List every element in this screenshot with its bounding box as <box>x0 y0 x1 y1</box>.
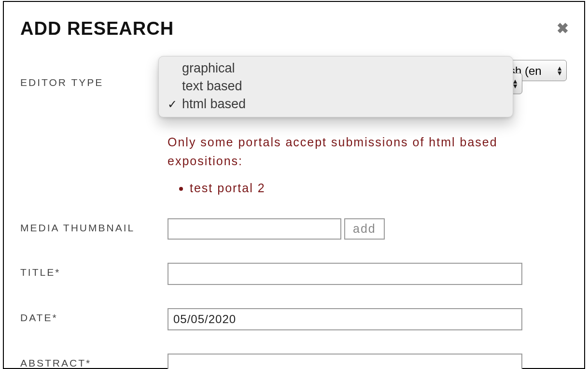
media-thumbnail-input[interactable] <box>168 218 341 240</box>
editor-type-dropdown[interactable]: graphical text based ✓ html based <box>158 56 513 117</box>
option-label: text based <box>182 79 242 94</box>
option-label: html based <box>182 97 246 112</box>
abstract-label: ABSTRACT* <box>20 354 168 369</box>
editor-type-label: EDITOR TYPE <box>20 73 168 88</box>
add-research-dialog: ADD RESEARCH ✖ sh (en ▲▼ EDITOR TYPE htm… <box>3 1 585 369</box>
row-media-thumbnail: MEDIA THUMBNAIL add <box>20 218 568 240</box>
title-input[interactable] <box>168 263 522 285</box>
warning-text: Only some portals accept submissions of … <box>168 133 515 170</box>
editor-type-option-html-based[interactable]: ✓ html based <box>159 95 513 113</box>
abstract-textarea[interactable] <box>168 354 522 369</box>
option-label: graphical <box>182 61 235 76</box>
row-abstract: ABSTRACT* <box>20 354 568 369</box>
date-label: DATE* <box>20 308 168 324</box>
row-title: TITLE* <box>20 263 568 285</box>
editor-type-option-graphical[interactable]: graphical <box>159 59 513 77</box>
row-date: DATE* <box>20 308 568 330</box>
dialog-header: ADD RESEARCH ✖ <box>20 18 568 39</box>
editor-type-option-text-based[interactable]: text based <box>159 77 513 95</box>
dialog-title: ADD RESEARCH <box>20 18 174 39</box>
editor-type-warning: Only some portals accept submissions of … <box>168 133 515 195</box>
title-label: TITLE* <box>20 263 168 278</box>
accepted-portals-list: test portal 2 <box>168 181 515 195</box>
add-thumbnail-button[interactable]: add <box>344 218 385 240</box>
accepted-portal-item: test portal 2 <box>190 181 515 195</box>
media-thumbnail-label: MEDIA THUMBNAIL <box>20 218 168 234</box>
check-icon: ✓ <box>168 98 182 111</box>
close-icon[interactable]: ✖ <box>557 21 569 36</box>
date-input[interactable] <box>168 308 522 330</box>
